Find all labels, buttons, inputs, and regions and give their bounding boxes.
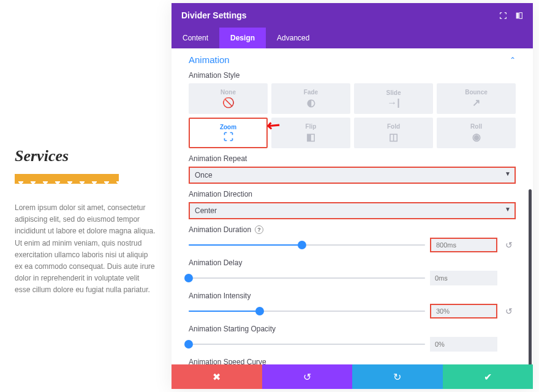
modal-titlebar: Divider Settings <box>172 3 533 28</box>
close-icon: ✖ <box>213 371 221 383</box>
slide-icon: →| <box>387 97 399 108</box>
style-none[interactable]: None🚫 <box>189 83 268 114</box>
fade-icon: ◐ <box>307 97 315 108</box>
bounce-icon: ↗ <box>472 97 480 108</box>
style-fold[interactable]: Fold◫ <box>354 118 433 148</box>
style-zoom[interactable]: Zoom⛶ <box>189 118 268 148</box>
modal-footer: ✖ ↺ ↻ ✔ <box>172 364 533 389</box>
services-text: Lorem ipsum dolor sit amet, consectetur … <box>15 202 156 296</box>
label-animation-opacity: Animation Starting Opacity <box>189 325 516 333</box>
delay-slider[interactable] <box>189 272 425 284</box>
tab-advanced[interactable]: Advanced <box>266 28 320 48</box>
modal-title: Divider Settings <box>181 10 247 20</box>
style-slide[interactable]: Slide→| <box>354 83 433 114</box>
delay-input[interactable] <box>430 271 497 285</box>
reset-intensity-icon[interactable]: ↺ <box>502 304 516 318</box>
cancel-button[interactable]: ✖ <box>172 364 262 389</box>
divider-settings-modal: Divider Settings Content Design Advanced… <box>172 3 533 389</box>
snap-icon[interactable] <box>514 11 523 20</box>
zoom-icon: ⛶ <box>224 132 233 143</box>
style-flip[interactable]: Flip◧ <box>271 118 350 148</box>
label-animation-repeat: Animation Repeat <box>189 154 516 163</box>
undo-button[interactable]: ↺ <box>262 364 353 389</box>
label-animation-direction: Animation Direction <box>189 190 516 198</box>
animation-repeat-select[interactable]: Once <box>189 167 516 184</box>
fold-icon: ◫ <box>389 131 398 143</box>
section-title-text: Animation <box>189 55 230 65</box>
expand-icon[interactable] <box>499 11 507 20</box>
label-animation-style: Animation Style <box>189 71 516 80</box>
intensity-input[interactable] <box>430 304 497 318</box>
svg-rect-0 <box>516 12 518 18</box>
tab-design[interactable]: Design <box>219 28 266 48</box>
reset-duration-icon[interactable]: ↺ <box>502 238 516 252</box>
label-animation-curve: Animation Speed Curve <box>189 358 516 364</box>
style-bounce[interactable]: Bounce↗ <box>437 83 516 114</box>
tab-content[interactable]: Content <box>172 28 219 48</box>
duration-slider[interactable] <box>189 239 425 251</box>
scrollbar[interactable] <box>529 189 532 364</box>
opacity-input[interactable] <box>430 337 497 352</box>
redo-icon: ↻ <box>393 371 401 383</box>
undo-icon: ↺ <box>303 371 311 383</box>
modal-body: Animation ⌃ Animation Style None🚫 Fade◐ … <box>172 48 533 364</box>
intensity-slider[interactable] <box>189 305 425 317</box>
services-heading: Services <box>15 147 156 165</box>
chevron-up-icon: ⌃ <box>510 56 516 64</box>
help-icon[interactable]: ? <box>255 225 263 234</box>
duration-input[interactable] <box>430 238 497 252</box>
services-divider <box>15 174 119 184</box>
animation-direction-select[interactable]: Center <box>189 202 516 219</box>
style-fade[interactable]: Fade◐ <box>271 83 350 114</box>
roll-icon: ◉ <box>472 131 481 143</box>
opacity-slider[interactable] <box>189 338 425 350</box>
label-animation-intensity: Animation Intensity <box>189 292 516 300</box>
none-icon: 🚫 <box>222 97 235 108</box>
svg-rect-1 <box>519 12 522 18</box>
save-button[interactable]: ✔ <box>443 364 533 389</box>
check-icon: ✔ <box>484 371 492 383</box>
redo-button[interactable]: ↻ <box>352 364 443 389</box>
animation-style-grid: None🚫 Fade◐ Slide→| Bounce↗ Zoom⛶ Flip◧ … <box>189 83 516 148</box>
flip-icon: ◧ <box>306 131 315 143</box>
section-animation[interactable]: Animation ⌃ <box>189 55 516 65</box>
style-roll[interactable]: Roll◉ <box>437 118 516 148</box>
label-animation-duration: Animation Duration? <box>189 225 516 234</box>
tab-bar: Content Design Advanced <box>172 28 533 48</box>
label-animation-delay: Animation Delay <box>189 258 516 267</box>
